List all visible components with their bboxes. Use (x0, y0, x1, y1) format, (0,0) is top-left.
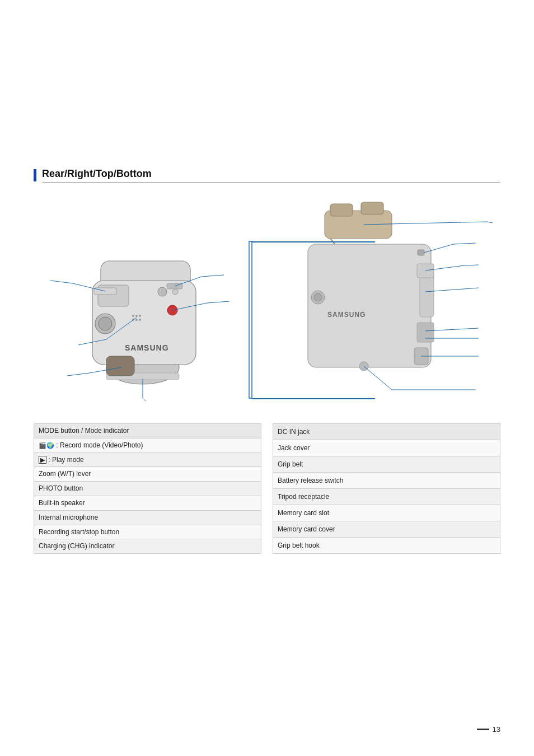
svg-text:SAMSUNG: SAMSUNG (327, 311, 366, 319)
right-table-cell: Grip belt (273, 456, 500, 473)
left-table-cell: PHOTO button (34, 482, 261, 496)
left-table-cell: 🎬🌍 : Record mode (Video/Photo) (34, 438, 261, 452)
svg-rect-43 (417, 264, 434, 278)
left-table-cell: Charging (CHG) indicator (34, 539, 261, 554)
left-table-row: Charging (CHG) indicator (34, 539, 261, 554)
right-table-row: Jack cover (273, 440, 500, 456)
right-table-cell: Grip belt hook (273, 538, 500, 554)
parts-tables-row: MODE button / Mode indicator🎬🌍 : Record … (34, 423, 500, 554)
svg-rect-42 (417, 323, 434, 342)
right-table-cell: Tripod receptacle (273, 489, 500, 505)
svg-rect-35 (330, 204, 353, 216)
right-table-row: Memory card cover (273, 521, 500, 538)
camera-illustration-area: SAMSUNG (34, 194, 500, 407)
right-table-cell: Jack cover (273, 440, 500, 456)
svg-line-48 (453, 243, 476, 244)
svg-line-52 (487, 222, 493, 223)
svg-point-40 (314, 293, 322, 301)
page-num-bar (477, 729, 489, 730)
left-table-cell: Recording start/stop button (34, 525, 261, 539)
svg-line-23 (50, 281, 73, 283)
heading-bar-accent (34, 169, 36, 181)
svg-rect-60 (252, 241, 375, 242)
svg-rect-41 (420, 272, 434, 317)
svg-rect-37 (308, 244, 431, 367)
left-table-row: Internal microphone (34, 510, 261, 525)
left-table-row: Built-in speaker (34, 496, 261, 510)
camera-svg-diagram: SAMSUNG (34, 194, 500, 407)
svg-point-13 (139, 315, 141, 317)
page-number: 13 (493, 725, 500, 734)
right-table-cell: Battery release switch (273, 473, 500, 489)
svg-line-33 (143, 398, 146, 401)
right-table-row: Memory card slot (273, 505, 500, 521)
svg-line-25 (202, 275, 224, 277)
left-table-row: 🎬🌍 : Record mode (Video/Photo) (34, 438, 261, 452)
svg-line-31 (207, 301, 229, 303)
svg-rect-19 (106, 356, 134, 376)
left-table-row: MODE button / Mode indicator (34, 424, 261, 438)
left-table-row: PHOTO button (34, 482, 261, 496)
right-table-cell: Memory card slot (273, 505, 500, 521)
svg-line-54 (364, 366, 392, 390)
svg-point-8 (158, 287, 167, 296)
svg-rect-44 (418, 250, 424, 255)
left-camera-group: SAMSUNG (50, 261, 229, 401)
svg-line-29 (67, 373, 90, 376)
left-parts-table: MODE button / Mode indicator🎬🌍 : Record … (34, 423, 261, 554)
svg-point-12 (135, 315, 138, 317)
right-table-row: DC IN jack (273, 424, 500, 440)
left-table-row: Zoom (W/T) lever (34, 467, 261, 482)
svg-point-11 (132, 315, 134, 317)
svg-rect-61 (252, 398, 375, 399)
right-table-cell: Memory card cover (273, 521, 500, 538)
left-table-cell: ▶ : Play mode (34, 452, 261, 467)
right-table-row: Tripod receptacle (273, 489, 500, 505)
right-table-row: Battery release switch (273, 473, 500, 489)
right-parts-table: DC IN jackJack coverGrip beltBattery rel… (273, 423, 500, 554)
svg-point-15 (135, 319, 138, 321)
svg-point-7 (99, 317, 112, 330)
section-heading: Rear/Right/Top/Bottom (34, 168, 500, 183)
left-table-row: ▶ : Play mode (34, 452, 261, 467)
svg-point-9 (172, 289, 178, 295)
section-title: Rear/Right/Top/Bottom (42, 168, 500, 183)
left-table-cell: Built-in speaker (34, 496, 261, 510)
right-table-row: Grip belt hook (273, 538, 500, 554)
right-camera-group: SAMSUNG (308, 202, 493, 390)
left-table-cell: MODE button / Mode indicator (34, 424, 261, 438)
page-container: Rear/Right/Top/Bottom SAMSUNG (0, 0, 534, 756)
page-number-area: 13 (477, 725, 500, 734)
svg-text:SAMSUNG: SAMSUNG (125, 343, 169, 352)
left-table-cell: Internal microphone (34, 510, 261, 525)
left-table-cell: Zoom (W/T) lever (34, 467, 261, 482)
right-table-cell: DC IN jack (273, 424, 500, 440)
svg-line-50 (465, 265, 479, 265)
svg-point-16 (139, 319, 141, 321)
svg-rect-36 (361, 202, 383, 214)
left-table-row: Recording start/stop button (34, 525, 261, 539)
right-table-row: Grip belt (273, 456, 500, 473)
svg-rect-59 (249, 241, 252, 398)
